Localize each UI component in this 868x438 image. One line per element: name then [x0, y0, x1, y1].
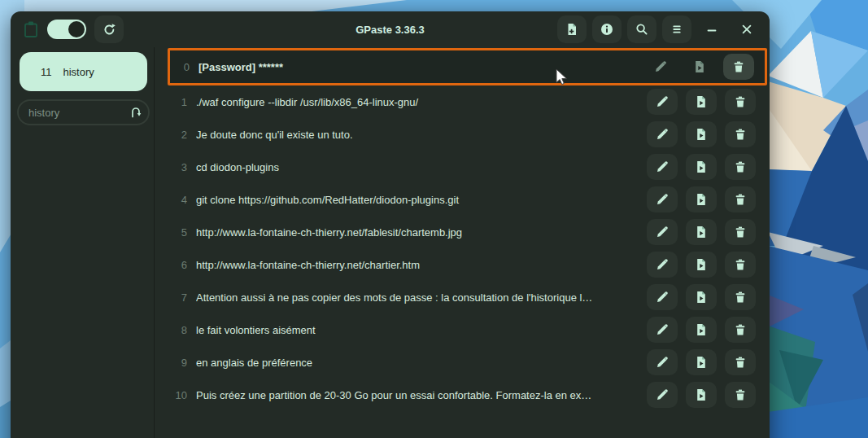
row-text: http://www.la-fontaine-ch-thierry.net/fa… [196, 226, 640, 239]
delete-button[interactable] [725, 252, 756, 278]
search-button[interactable] [627, 15, 656, 43]
history-list: 0 [Password] ****** [155, 47, 770, 438]
row-actions [647, 284, 756, 310]
edit-button[interactable] [647, 89, 678, 115]
switch-history-icon[interactable] [129, 105, 142, 119]
upload-item-button[interactable] [686, 382, 717, 408]
history-count: 11 [41, 66, 52, 78]
row-text: [Password] ****** [198, 61, 639, 73]
edit-pencil-icon [656, 258, 669, 271]
edit-button[interactable] [647, 317, 678, 343]
delete-button[interactable] [725, 154, 756, 180]
history-row[interactable]: 10 Puis créez une partition de 20-30 Go … [168, 379, 766, 411]
upload-item-button[interactable] [686, 186, 717, 212]
edit-pencil-icon [656, 388, 669, 401]
edit-pencil-icon [656, 323, 669, 336]
paste-document-icon [695, 95, 708, 108]
delete-button[interactable] [725, 89, 756, 115]
upload-item-button[interactable] [686, 317, 717, 343]
delete-button[interactable] [725, 121, 756, 147]
upload-item-button[interactable] [686, 219, 717, 245]
edit-button[interactable] [647, 252, 678, 278]
delete-button[interactable] [725, 382, 756, 408]
history-row[interactable]: 6 http://www.la-fontaine-ch-thierry.net/… [168, 248, 766, 281]
edit-button[interactable] [647, 121, 678, 147]
close-button[interactable] [732, 15, 761, 43]
paste-document-icon [695, 160, 708, 173]
edit-pencil-icon [656, 160, 669, 173]
about-button[interactable] [592, 15, 622, 43]
new-item-icon [565, 23, 578, 36]
delete-button[interactable] [725, 349, 756, 375]
edit-button[interactable] [647, 382, 678, 408]
edit-button[interactable] [647, 284, 678, 310]
history-row[interactable]: 2 Je doute donc qu'il existe un tuto. [168, 118, 766, 151]
sidebar-item-history[interactable]: 11 history [20, 52, 147, 91]
upload-item-button[interactable] [684, 54, 715, 80]
row-actions [647, 154, 756, 180]
edit-button[interactable] [647, 219, 678, 245]
row-text: ./waf configure --libdir /usr/lib/x86_64… [196, 96, 640, 108]
row-actions [645, 54, 754, 80]
row-text: en anglais de préférence [196, 357, 640, 369]
edit-button[interactable] [647, 154, 678, 180]
delete-button[interactable] [725, 284, 756, 310]
edit-pencil-icon [656, 291, 669, 304]
paste-document-icon [693, 60, 706, 73]
upload-item-button[interactable] [686, 252, 717, 278]
history-row[interactable]: 3 cd diodon-plugins [168, 151, 766, 183]
row-actions [647, 382, 756, 408]
new-item-button[interactable] [557, 15, 587, 43]
edit-pencil-icon [656, 95, 669, 108]
edit-button[interactable] [647, 349, 678, 375]
history-row[interactable]: 5 http://www.la-fontaine-ch-thierry.net/… [168, 216, 766, 248]
toggle-knob [68, 21, 85, 37]
history-row[interactable]: 0 [Password] ****** [168, 48, 767, 85]
trash-icon [734, 193, 747, 206]
trash-icon [734, 160, 747, 173]
titlebar: GPaste 3.36.3 [11, 11, 770, 47]
minimize-button[interactable] [697, 15, 726, 43]
row-text: le fait volontiers aisément [196, 324, 640, 336]
about-icon [600, 23, 613, 36]
row-index: 6 [168, 259, 187, 271]
upload-item-button[interactable] [686, 121, 717, 147]
close-icon [740, 23, 753, 36]
paste-document-icon [695, 323, 708, 336]
delete-button[interactable] [723, 54, 754, 80]
history-row[interactable]: 8 le fait volontiers aisément [168, 313, 766, 346]
upload-item-button[interactable] [686, 349, 717, 375]
menu-button[interactable] [662, 15, 691, 43]
edit-button[interactable] [645, 54, 676, 80]
tracking-toggle[interactable] [47, 20, 86, 39]
history-row[interactable]: 7 Attention aussi à ne pas copier des mo… [168, 281, 766, 313]
row-index: 2 [168, 129, 187, 141]
delete-button[interactable] [725, 219, 756, 245]
history-row[interactable]: 4 git clone https://github.com/RedHatter… [168, 183, 766, 216]
history-row[interactable]: 1 ./waf configure --libdir /usr/lib/x86_… [168, 85, 766, 118]
delete-button[interactable] [725, 186, 756, 212]
upload-item-button[interactable] [686, 154, 717, 180]
refresh-icon [103, 23, 116, 37]
delete-button[interactable] [725, 317, 756, 343]
edit-pencil-icon [656, 226, 669, 239]
trash-icon [734, 356, 747, 369]
paste-document-icon [695, 226, 708, 239]
clipboard-icon [23, 20, 39, 38]
trash-icon [734, 128, 747, 141]
row-text: cd diodon-plugins [196, 161, 640, 173]
minimize-icon [705, 23, 718, 36]
row-index: 8 [168, 324, 187, 336]
row-actions [647, 252, 756, 278]
search-icon [635, 23, 648, 36]
upload-item-button[interactable] [686, 89, 717, 115]
row-actions [647, 89, 756, 115]
trash-icon [734, 258, 747, 271]
trash-icon [734, 323, 747, 336]
edit-pencil-icon [656, 193, 669, 206]
upload-item-button[interactable] [686, 284, 717, 310]
history-row[interactable]: 9 en anglais de préférence [168, 346, 766, 379]
edit-button[interactable] [647, 186, 678, 212]
row-actions [647, 317, 756, 343]
refresh-button[interactable] [94, 15, 124, 43]
